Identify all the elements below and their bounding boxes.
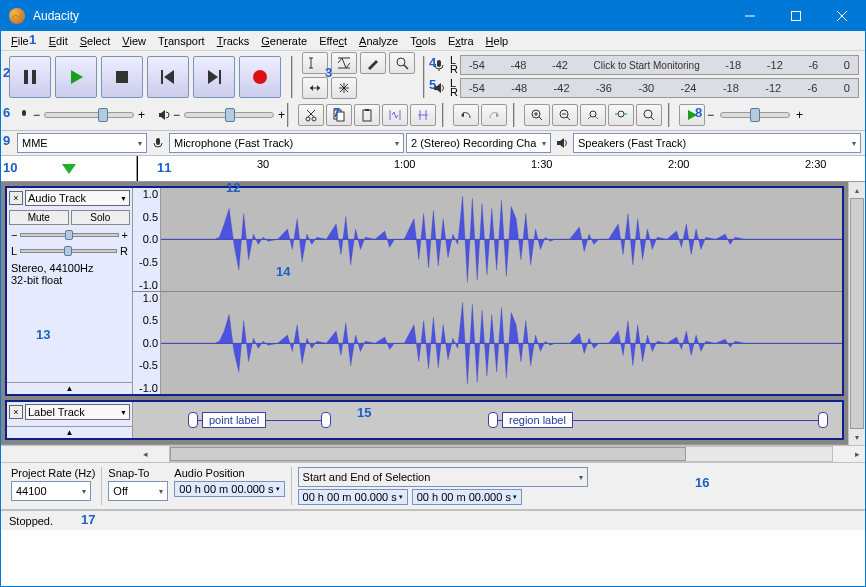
menu-extra[interactable]: Extra bbox=[442, 33, 480, 49]
mic-icon bbox=[15, 106, 33, 124]
selection-mode-combo[interactable]: Start and End of Selection▾ bbox=[298, 467, 588, 487]
zoom-in-icon[interactable] bbox=[524, 104, 550, 126]
project-rate-combo[interactable]: 44100▾ bbox=[11, 481, 91, 501]
audio-host-combo[interactable]: MME▾ bbox=[17, 133, 147, 153]
paste-icon[interactable] bbox=[354, 104, 380, 126]
label-handle-icon[interactable] bbox=[488, 412, 498, 428]
audio-position-label: Audio Position bbox=[174, 467, 284, 479]
label-handle-icon[interactable] bbox=[188, 412, 198, 428]
menu-generate[interactable]: Generate bbox=[255, 33, 313, 49]
trim-icon[interactable] bbox=[382, 104, 408, 126]
record-button[interactable] bbox=[239, 56, 281, 98]
envelope-tool-icon[interactable] bbox=[331, 52, 357, 74]
horizontal-scrollbar[interactable]: ◂ ▸ bbox=[1, 445, 865, 463]
draw-tool-icon[interactable] bbox=[360, 52, 386, 74]
menu-view[interactable]: View bbox=[116, 33, 152, 49]
audio-track[interactable]: × Audio Track Mute Solo −+ LR Stereo, 44… bbox=[5, 186, 844, 396]
zoom-toggle-icon[interactable] bbox=[636, 104, 662, 126]
menu-select[interactable]: Select bbox=[74, 33, 117, 49]
timeshift-tool-icon[interactable] bbox=[302, 77, 328, 99]
fit-project-icon[interactable] bbox=[608, 104, 634, 126]
pause-button[interactable] bbox=[9, 56, 51, 98]
redo-icon[interactable] bbox=[481, 104, 507, 126]
menu-tracks[interactable]: Tracks bbox=[211, 33, 256, 49]
label-text[interactable]: point label bbox=[202, 412, 266, 428]
multi-tool-icon[interactable] bbox=[331, 77, 357, 99]
menu-tools[interactable]: Tools bbox=[404, 33, 442, 49]
transport-toolbar bbox=[1, 52, 289, 102]
menu-help[interactable]: Help bbox=[480, 33, 515, 49]
playback-meter[interactable]: -54-48 -42-36 -30-24 -18-12 -60 bbox=[460, 78, 859, 98]
skip-end-button[interactable] bbox=[193, 56, 235, 98]
mute-button[interactable]: Mute bbox=[9, 210, 69, 225]
playback-device-combo[interactable]: Speakers (Fast Track)▾ bbox=[573, 133, 861, 153]
track-close-button[interactable]: × bbox=[9, 405, 23, 419]
audio-position-field[interactable]: 00 h 00 m 00.000 s▾ bbox=[174, 481, 284, 497]
stop-button[interactable] bbox=[101, 56, 143, 98]
play-at-speed-icon[interactable] bbox=[679, 104, 705, 126]
menu-bar: 1 File Edit Select View Transport Tracks… bbox=[1, 31, 865, 51]
pinned-play-head-icon[interactable] bbox=[62, 164, 76, 174]
pan-slider[interactable] bbox=[20, 249, 117, 253]
svg-marker-29 bbox=[434, 83, 441, 93]
title-bar: Audacity bbox=[1, 1, 865, 31]
cut-icon[interactable] bbox=[298, 104, 324, 126]
label-handle-icon[interactable] bbox=[818, 412, 828, 428]
menu-edit[interactable]: Edit bbox=[43, 33, 74, 49]
track-menu-dropdown[interactable]: Label Track bbox=[25, 404, 130, 420]
play-button[interactable] bbox=[55, 56, 97, 98]
menu-analyze[interactable]: Analyze bbox=[353, 33, 404, 49]
silence-icon[interactable] bbox=[410, 104, 436, 126]
gain-slider[interactable] bbox=[20, 233, 118, 237]
recording-device-combo[interactable]: Microphone (Fast Track)▾ bbox=[169, 133, 404, 153]
recording-meter[interactable]: -54 -48 -42 Click to Start Monitoring -1… bbox=[460, 55, 859, 75]
skip-start-button[interactable] bbox=[147, 56, 189, 98]
minimize-button[interactable] bbox=[727, 1, 773, 31]
svg-line-56 bbox=[595, 116, 598, 119]
track-close-button[interactable]: × bbox=[9, 191, 23, 205]
snap-to-combo[interactable]: Off▾ bbox=[108, 481, 168, 501]
play-speed-slider[interactable] bbox=[720, 112, 790, 118]
selection-end-field[interactable]: 00 h 00 m 00.000 s▾ bbox=[412, 489, 522, 505]
svg-marker-31 bbox=[159, 110, 165, 120]
track-collapse-button[interactable]: ▲ bbox=[7, 382, 132, 394]
track-collapse-button[interactable]: ▲ bbox=[7, 426, 132, 438]
menu-file[interactable]: File bbox=[5, 33, 35, 49]
device-toolbar: 9 MME▾ Microphone (Fast Track)▾ 2 (Stere… bbox=[1, 131, 865, 156]
label-area[interactable]: point label region label bbox=[133, 402, 842, 438]
label-handle-icon[interactable] bbox=[321, 412, 331, 428]
zoom-out-icon[interactable] bbox=[552, 104, 578, 126]
playback-volume-slider[interactable] bbox=[184, 112, 274, 118]
copy-icon[interactable] bbox=[326, 104, 352, 126]
svg-point-33 bbox=[312, 117, 316, 121]
waveform-right[interactable] bbox=[161, 292, 842, 395]
svg-rect-63 bbox=[156, 138, 160, 145]
waveform-left[interactable] bbox=[161, 188, 842, 291]
close-button[interactable] bbox=[819, 1, 865, 31]
maximize-button[interactable] bbox=[773, 1, 819, 31]
menu-effect[interactable]: Effect bbox=[313, 33, 353, 49]
selection-tool-icon[interactable] bbox=[302, 52, 328, 74]
zoom-tool-icon[interactable] bbox=[389, 52, 415, 74]
label-text[interactable]: region label bbox=[502, 412, 573, 428]
mic-icon bbox=[149, 134, 167, 152]
undo-icon[interactable] bbox=[453, 104, 479, 126]
svg-marker-21 bbox=[310, 85, 313, 91]
svg-line-19 bbox=[404, 65, 408, 69]
track-menu-dropdown[interactable]: Audio Track bbox=[25, 190, 130, 206]
recording-channels-combo[interactable]: 2 (Stereo) Recording Cha▾ bbox=[406, 133, 551, 153]
selection-toolbar: 16 Project Rate (Hz) 44100▾ Snap-To Off▾… bbox=[1, 463, 865, 510]
timeline[interactable]: 10 11 30 1:00 1:30 2:00 2:30 bbox=[1, 156, 865, 182]
recording-volume-slider[interactable] bbox=[44, 112, 134, 118]
svg-rect-7 bbox=[116, 71, 128, 83]
menu-transport[interactable]: Transport bbox=[152, 33, 211, 49]
label-track[interactable]: × Label Track ▲ point label region label bbox=[5, 400, 844, 440]
track-control-panel: × Audio Track Mute Solo −+ LR Stereo, 44… bbox=[7, 188, 133, 394]
solo-button[interactable]: Solo bbox=[71, 210, 131, 225]
vertical-scale[interactable]: 1.00.5 0.0-0.5 -1.0 bbox=[133, 292, 161, 395]
svg-line-52 bbox=[567, 117, 570, 120]
vertical-scrollbar[interactable]: ▴ ▾ bbox=[848, 182, 865, 445]
fit-selection-icon[interactable] bbox=[580, 104, 606, 126]
vertical-scale[interactable]: 1.00.5 0.0-0.5 -1.0 bbox=[133, 188, 161, 291]
selection-start-field[interactable]: 00 h 00 m 00.000 s▾ bbox=[298, 489, 408, 505]
